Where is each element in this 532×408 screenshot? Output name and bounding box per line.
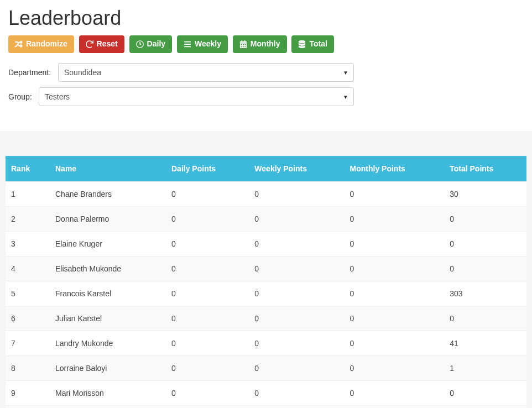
cell-monthly: 0 [345,405,445,408]
cell-rank: 3 [6,231,50,256]
cell-daily: 0 [166,405,249,408]
col-header-total: Total Points [444,156,526,182]
daily-label: Daily [147,39,165,50]
department-filter-row: Department: Soundidea ▼ [8,63,524,82]
cell-daily: 0 [166,355,249,380]
cell-weekly: 0 [249,206,344,231]
leaderboard-panel: Rank Name Daily Points Weekly Points Mon… [0,131,532,408]
leaderboard-table: Rank Name Daily Points Weekly Points Mon… [6,156,526,408]
randomize-label: Randomize [26,39,67,50]
table-row: 1Chane Branders00030 [6,181,526,206]
table-row: 8Lorraine Baloyi0001 [6,355,526,380]
department-select[interactable]: Soundidea [58,63,354,82]
cell-total: 1 [444,355,526,380]
cell-name: Mari Morisson [50,380,166,405]
table-row: 9Mari Morisson0000 [6,380,526,405]
cell-weekly: 0 [249,405,344,408]
refresh-icon [86,40,93,48]
total-label: Total [309,39,327,50]
calendar-icon [239,40,247,48]
cell-monthly: 0 [345,355,445,380]
cell-daily: 0 [166,306,249,331]
col-header-monthly: Monthly Points [345,156,445,182]
cell-rank: 4 [6,256,50,281]
cell-rank: 10 [6,405,50,408]
table-row: 2Donna Palermo0000 [6,206,526,231]
cell-name: Elaine Kruger [50,231,166,256]
weekly-label: Weekly [195,39,221,50]
cell-monthly: 0 [345,281,445,306]
cell-weekly: 0 [249,231,344,256]
cell-rank: 7 [6,331,50,355]
cell-rank: 6 [6,306,50,331]
table-row: 5Francois Karstel000303 [6,281,526,306]
randomize-button[interactable]: Randomize [8,35,74,53]
cell-weekly: 0 [249,256,344,281]
cell-total: 0 [444,231,526,256]
cell-weekly: 0 [249,181,344,206]
group-select[interactable]: Testers [39,87,354,106]
reset-button[interactable]: Reset [79,35,124,53]
cell-name: Lorraine Baloyi [50,355,166,380]
cell-daily: 0 [166,256,249,281]
cell-monthly: 0 [345,181,445,206]
cell-daily: 0 [166,331,249,355]
cell-daily: 0 [166,181,249,206]
cell-total: 30 [444,181,526,206]
cell-total: 41 [444,331,526,355]
list-icon [184,40,191,48]
cell-total: 0 [444,206,526,231]
monthly-label: Monthly [251,39,280,50]
cell-rank: 2 [6,206,50,231]
cell-name: Francois Karstel [50,281,166,306]
table-row: 6Julian Karstel0000 [6,306,526,331]
col-header-weekly: Weekly Points [249,156,344,182]
database-icon [298,40,306,48]
cell-daily: 0 [166,380,249,405]
cell-weekly: 0 [249,281,344,306]
cell-name: Chane Branders [50,181,166,206]
cell-weekly: 0 [249,331,344,355]
cell-name: Julian Karstel [50,306,166,331]
cell-weekly: 0 [249,380,344,405]
cell-daily: 0 [166,281,249,306]
table-row: 10Sandra Slabbert0000 [6,405,526,408]
group-label: Group: [8,92,39,101]
group-filter-row: Group: Testers ▼ [8,87,524,106]
cell-name: Sandra Slabbert [50,405,166,408]
cell-monthly: 0 [345,256,445,281]
table-row: 7Landry Mukonde00041 [6,331,526,355]
cell-monthly: 0 [345,306,445,331]
clock-icon [136,40,144,48]
cell-total: 0 [444,380,526,405]
table-row: 3Elaine Kruger0000 [6,231,526,256]
cell-monthly: 0 [345,331,445,355]
col-header-daily: Daily Points [166,156,249,182]
weekly-button[interactable]: Weekly [177,35,228,53]
cell-daily: 0 [166,206,249,231]
cell-rank: 8 [6,355,50,380]
reset-label: Reset [97,39,118,50]
page-title: Leaderboard [8,7,524,30]
daily-button[interactable]: Daily [129,35,172,53]
monthly-button[interactable]: Monthly [233,35,287,53]
cell-total: 303 [444,281,526,306]
cell-weekly: 0 [249,355,344,380]
cell-name: Donna Palermo [50,206,166,231]
cell-monthly: 0 [345,380,445,405]
cell-monthly: 0 [345,206,445,231]
col-header-rank: Rank [6,156,50,182]
shuffle-icon [15,40,23,48]
department-label: Department: [8,68,58,77]
cell-total: 0 [444,405,526,408]
cell-total: 0 [444,256,526,281]
total-button[interactable]: Total [291,35,333,53]
cell-daily: 0 [166,231,249,256]
col-header-name: Name [50,156,166,182]
cell-name: Landry Mukonde [50,331,166,355]
table-row: 4Elisabeth Mukonde0000 [6,256,526,281]
table-header-row: Rank Name Daily Points Weekly Points Mon… [6,156,526,182]
cell-total: 0 [444,306,526,331]
cell-rank: 5 [6,281,50,306]
cell-weekly: 0 [249,306,344,331]
